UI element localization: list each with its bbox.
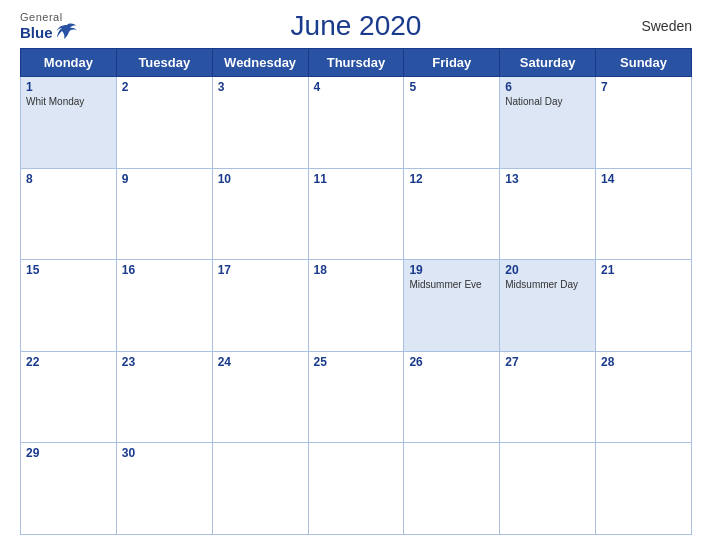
col-header-friday: Friday [404, 49, 500, 77]
calendar-cell: 27 [500, 351, 596, 443]
day-number: 25 [314, 355, 399, 369]
calendar-cell: 11 [308, 168, 404, 260]
calendar-cell: 4 [308, 77, 404, 169]
calendar-cell [500, 443, 596, 535]
calendar-cell: 1Whit Monday [21, 77, 117, 169]
day-number: 2 [122, 80, 207, 94]
calendar-cell: 9 [116, 168, 212, 260]
day-number: 6 [505, 80, 590, 94]
calendar-cell: 30 [116, 443, 212, 535]
header-row: MondayTuesdayWednesdayThursdayFridaySatu… [21, 49, 692, 77]
day-number: 20 [505, 263, 590, 277]
calendar-cell: 18 [308, 260, 404, 352]
day-number: 23 [122, 355, 207, 369]
calendar-cell: 8 [21, 168, 117, 260]
day-number: 17 [218, 263, 303, 277]
calendar-cell: 6National Day [500, 77, 596, 169]
logo-blue-text: Blue [20, 24, 53, 41]
calendar-header: General Blue June 2020 Sweden [20, 10, 692, 42]
day-number: 15 [26, 263, 111, 277]
col-header-thursday: Thursday [308, 49, 404, 77]
day-number: 27 [505, 355, 590, 369]
calendar-cell [308, 443, 404, 535]
calendar-cell: 7 [596, 77, 692, 169]
day-number: 8 [26, 172, 111, 186]
week-row-3: 1516171819Midsummer Eve20Midsummer Day21 [21, 260, 692, 352]
logo: General Blue [20, 11, 78, 41]
calendar-cell: 2 [116, 77, 212, 169]
logo-bird-icon [56, 23, 78, 41]
col-header-tuesday: Tuesday [116, 49, 212, 77]
day-number: 5 [409, 80, 494, 94]
country-label: Sweden [641, 18, 692, 34]
day-number: 19 [409, 263, 494, 277]
calendar-cell: 14 [596, 168, 692, 260]
col-header-wednesday: Wednesday [212, 49, 308, 77]
calendar-cell: 13 [500, 168, 596, 260]
calendar-cell: 29 [21, 443, 117, 535]
day-number: 16 [122, 263, 207, 277]
calendar-cell: 21 [596, 260, 692, 352]
day-event: Midsummer Eve [409, 279, 494, 290]
day-number: 14 [601, 172, 686, 186]
logo-general-text: General [20, 11, 78, 23]
calendar-cell: 22 [21, 351, 117, 443]
day-number: 4 [314, 80, 399, 94]
day-number: 10 [218, 172, 303, 186]
calendar-cell: 23 [116, 351, 212, 443]
calendar-cell: 5 [404, 77, 500, 169]
col-header-sunday: Sunday [596, 49, 692, 77]
calendar-title: June 2020 [291, 10, 422, 42]
calendar-cell: 19Midsummer Eve [404, 260, 500, 352]
day-event: Midsummer Day [505, 279, 590, 290]
calendar-cell: 20Midsummer Day [500, 260, 596, 352]
calendar-cell: 17 [212, 260, 308, 352]
calendar-cell: 12 [404, 168, 500, 260]
calendar-cell: 16 [116, 260, 212, 352]
calendar-cell: 26 [404, 351, 500, 443]
day-number: 1 [26, 80, 111, 94]
week-row-1: 1Whit Monday23456National Day7 [21, 77, 692, 169]
day-number: 11 [314, 172, 399, 186]
calendar-cell: 24 [212, 351, 308, 443]
week-row-2: 891011121314 [21, 168, 692, 260]
day-number: 21 [601, 263, 686, 277]
day-number: 26 [409, 355, 494, 369]
day-number: 30 [122, 446, 207, 460]
day-number: 28 [601, 355, 686, 369]
day-number: 22 [26, 355, 111, 369]
day-number: 9 [122, 172, 207, 186]
calendar-cell [596, 443, 692, 535]
day-number: 18 [314, 263, 399, 277]
calendar-cell [212, 443, 308, 535]
col-header-monday: Monday [21, 49, 117, 77]
day-number: 24 [218, 355, 303, 369]
day-number: 29 [26, 446, 111, 460]
week-row-4: 22232425262728 [21, 351, 692, 443]
day-number: 7 [601, 80, 686, 94]
day-event: National Day [505, 96, 590, 107]
day-number: 12 [409, 172, 494, 186]
week-row-5: 2930 [21, 443, 692, 535]
calendar-cell: 15 [21, 260, 117, 352]
day-number: 13 [505, 172, 590, 186]
calendar-cell [404, 443, 500, 535]
calendar-cell: 10 [212, 168, 308, 260]
calendar-cell: 3 [212, 77, 308, 169]
day-number: 3 [218, 80, 303, 94]
day-event: Whit Monday [26, 96, 111, 107]
col-header-saturday: Saturday [500, 49, 596, 77]
calendar-cell: 25 [308, 351, 404, 443]
calendar-cell: 28 [596, 351, 692, 443]
calendar-table: MondayTuesdayWednesdayThursdayFridaySatu… [20, 48, 692, 535]
